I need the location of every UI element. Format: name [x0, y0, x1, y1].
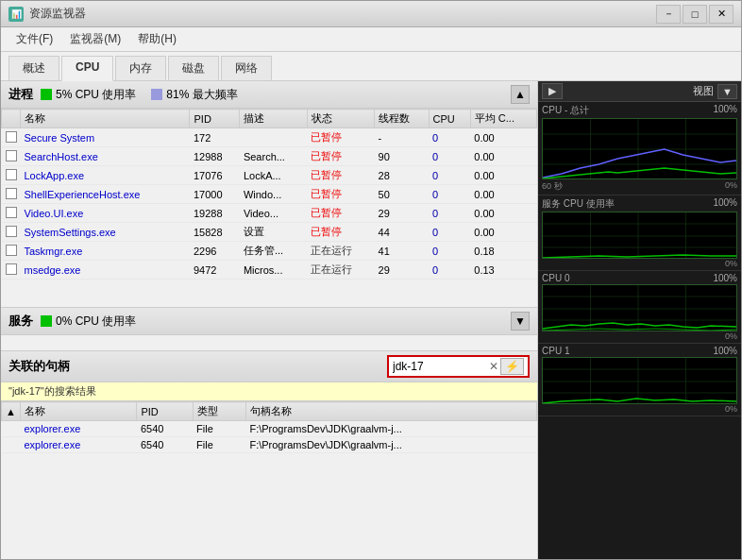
cpu1-chart-block: CPU 1 100% 0% — [538, 344, 741, 416]
cpu1-label-row: CPU 1 100% — [542, 346, 737, 356]
col-pid[interactable]: PID — [190, 110, 240, 128]
tab-memory[interactable]: 内存 — [115, 56, 166, 80]
row-checkbox[interactable] — [2, 128, 21, 147]
right-panel-header: ▶ 视图 ▼ — [538, 81, 741, 102]
col-checkbox[interactable] — [2, 110, 21, 128]
handle-col-type[interactable]: 类型 — [193, 402, 245, 421]
cpu0-chart — [542, 284, 737, 331]
handle-col-check[interactable]: ▲ — [2, 402, 21, 421]
cpu0-max: 100% — [713, 273, 737, 283]
table-row[interactable]: ShellExperienceHost.exe 17000 Windo... 已… — [2, 185, 537, 204]
row-cpu: 0 — [429, 242, 470, 261]
row-pid: 19288 — [190, 204, 240, 223]
handle-col-name[interactable]: 名称 — [20, 402, 137, 421]
row-name: ShellExperienceHost.exe — [21, 185, 190, 204]
row-cpu: 0 — [429, 128, 470, 147]
row-desc: Micros... — [240, 261, 307, 280]
table-row[interactable]: explorer.exe 6540 File F:\ProgramsDev\JD… — [2, 421, 537, 437]
max-freq-area: 81% 最大频率 — [151, 87, 237, 103]
row-status: 正在运行 — [307, 242, 374, 261]
handle-col-handle[interactable]: 句柄名称 — [245, 402, 536, 421]
row-pid: 17076 — [190, 166, 240, 185]
row-threads: - — [375, 128, 430, 147]
service-cpu-chart-block: 服务 CPU 使用率 100% 0% — [538, 195, 741, 271]
row-cpu: 0 — [429, 204, 470, 223]
handle-row-type: File — [193, 421, 245, 437]
table-row[interactable]: LockApp.exe 17076 LockA... 已暂停 28 0 0.00 — [2, 166, 537, 185]
row-checkbox[interactable] — [2, 223, 21, 242]
row-checkbox[interactable] — [2, 204, 21, 223]
row-threads: 44 — [375, 223, 430, 242]
table-row[interactable]: Video.UI.exe 19288 Video... 已暂停 29 0 0.0… — [2, 204, 537, 223]
col-threads[interactable]: 线程数 — [375, 110, 430, 128]
row-name: SystemSettings.exe — [21, 223, 190, 242]
row-pid: 172 — [190, 128, 240, 147]
tab-disk[interactable]: 磁盘 — [168, 56, 219, 80]
tab-network[interactable]: 网络 — [221, 56, 272, 80]
maximize-button[interactable]: □ — [683, 5, 707, 24]
cpu-total-min: 0% — [725, 180, 737, 193]
row-threads: 90 — [375, 147, 430, 166]
search-input[interactable] — [393, 360, 487, 373]
table-row[interactable]: Secure System 172 已暂停 - 0 0.00 — [2, 128, 537, 147]
menu-help[interactable]: 帮助(H) — [130, 29, 184, 49]
col-cpu[interactable]: CPU — [429, 110, 470, 128]
table-row[interactable]: SystemSettings.exe 15828 设置 已暂停 44 0 0.0… — [2, 223, 537, 242]
minimize-button[interactable]: － — [656, 5, 681, 24]
search-clear-btn[interactable]: ✕ — [487, 360, 500, 373]
view-dropdown-btn[interactable]: ▼ — [717, 84, 737, 99]
row-desc: LockA... — [240, 166, 307, 185]
row-cpu: 0 — [429, 147, 470, 166]
process-cpu-usage: 5% CPU 使用率 — [56, 87, 136, 103]
row-checkbox[interactable] — [2, 147, 21, 166]
cpu-total-label: CPU - 总计 — [542, 104, 589, 117]
handle-table-container[interactable]: ▲ 名称 PID 类型 句柄名称 explorer.exe 6540 File … — [1, 401, 537, 559]
search-results-label: "jdk-17"的搜索结果 — [1, 382, 537, 401]
close-button[interactable]: ✕ — [709, 5, 734, 24]
handle-row-check — [2, 421, 21, 437]
col-desc[interactable]: 描述 — [240, 110, 307, 128]
row-checkbox[interactable] — [2, 261, 21, 280]
search-go-btn[interactable]: ⚡ — [500, 358, 524, 375]
right-panel-expand-btn[interactable]: ▶ — [542, 83, 563, 99]
tab-cpu[interactable]: CPU — [61, 56, 113, 81]
cpu1-pct-row: 0% — [542, 404, 737, 414]
handle-row-name: explorer.exe — [20, 421, 137, 437]
process-table-container[interactable]: 名称 PID 描述 状态 线程数 CPU 平均 C... Secure S — [1, 109, 537, 307]
col-status[interactable]: 状态 — [307, 110, 374, 128]
row-desc: 设置 — [240, 223, 307, 242]
row-checkbox[interactable] — [2, 166, 21, 185]
cpu1-min: 0% — [725, 404, 737, 414]
table-row[interactable]: Taskmgr.exe 2296 任务管... 正在运行 41 0 0.18 — [2, 242, 537, 261]
row-threads: 28 — [375, 166, 430, 185]
menu-file[interactable]: 文件(F) — [8, 29, 60, 49]
row-name: Video.UI.exe — [21, 204, 190, 223]
service-expand-btn[interactable]: ▼ — [511, 312, 530, 331]
handle-col-pid[interactable]: PID — [137, 402, 193, 421]
row-checkbox[interactable] — [2, 185, 21, 204]
cpu1-svg — [543, 358, 736, 404]
process-section: 进程 5% CPU 使用率 81% 最大频率 ▲ — [1, 81, 537, 308]
service-cpu-chart — [542, 212, 737, 259]
process-table: 名称 PID 描述 状态 线程数 CPU 平均 C... Secure S — [1, 109, 537, 280]
menu-monitor[interactable]: 监视器(M) — [62, 29, 128, 49]
row-checkbox[interactable] — [2, 242, 21, 261]
service-cpu-badge: 0% CPU 使用率 — [41, 314, 136, 330]
row-desc: Windo... — [240, 185, 307, 204]
handle-table: ▲ 名称 PID 类型 句柄名称 explorer.exe 6540 File … — [1, 401, 537, 453]
table-row[interactable]: explorer.exe 6540 File F:\ProgramsDev\JD… — [2, 437, 537, 453]
col-avg[interactable]: 平均 C... — [470, 110, 536, 128]
cpu-total-label-row: CPU - 总计 100% — [542, 104, 737, 117]
process-expand-btn[interactable]: ▲ — [511, 85, 530, 104]
process-title: 进程 — [8, 86, 33, 103]
row-status: 已暂停 — [307, 185, 374, 204]
cpu-total-max: 100% — [713, 104, 737, 117]
table-row[interactable]: SearchHost.exe 12988 Search... 已暂停 90 0 … — [2, 147, 537, 166]
table-row[interactable]: msedge.exe 9472 Micros... 正在运行 29 0 0.13 — [2, 261, 537, 280]
row-name: msedge.exe — [21, 261, 190, 280]
row-status: 正在运行 — [307, 261, 374, 280]
tab-overview[interactable]: 概述 — [8, 56, 59, 80]
col-name[interactable]: 名称 — [21, 110, 190, 128]
process-section-header: 进程 5% CPU 使用率 81% 最大频率 ▲ — [1, 81, 537, 109]
cpu1-label: CPU 1 — [542, 346, 569, 356]
